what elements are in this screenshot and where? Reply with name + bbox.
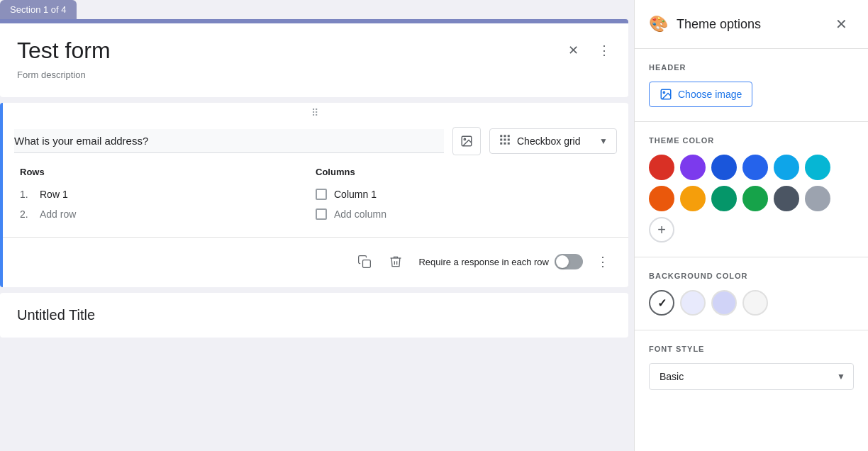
- col-1-text: Column 1: [334, 189, 377, 200]
- form-header-card: Test form Form description ✕ ⋮: [0, 19, 628, 97]
- panel-header: 🎨 Theme options ✕: [635, 0, 868, 49]
- add-image-button[interactable]: [452, 127, 481, 155]
- svg-rect-9: [504, 143, 506, 145]
- choose-image-label: Choose image: [678, 89, 742, 100]
- font-select-container: BasicDecorativeFormalPlayful ▼: [649, 363, 854, 390]
- add-custom-color-button[interactable]: +: [649, 217, 674, 243]
- theme-color-swatch[interactable]: [680, 186, 706, 211]
- row-1-text: Row 1: [40, 189, 68, 200]
- drag-handle: ⠿: [3, 103, 628, 121]
- question-top: Checkbox grid ▼: [3, 121, 628, 161]
- theme-color-swatch[interactable]: [680, 155, 706, 180]
- grid-section: Rows 1. Row 1 2. Add row Columns Column …: [3, 161, 628, 230]
- form-title: Test form: [17, 38, 611, 64]
- font-style-section: FONT STYLE BasicDecorativeFormalPlayful …: [635, 330, 868, 404]
- theme-color-swatch[interactable]: [649, 186, 674, 211]
- close-panel-button[interactable]: ✕: [828, 11, 854, 37]
- col-1-item: Column 1: [316, 184, 611, 204]
- cols-col: Columns Column 1 Add column: [316, 167, 611, 224]
- theme-color-section: THEME COLOR +: [635, 122, 868, 257]
- col-1-checkbox[interactable]: [316, 189, 327, 200]
- theme-color-swatch[interactable]: [711, 155, 737, 180]
- choose-image-button[interactable]: Choose image: [649, 82, 752, 107]
- untitled-card: Untitled Title: [0, 293, 628, 338]
- theme-color-swatch[interactable]: [711, 186, 737, 211]
- delete-button[interactable]: [382, 247, 410, 276]
- col-2-checkbox[interactable]: [316, 208, 327, 220]
- copy-button[interactable]: [350, 247, 379, 276]
- add-col-text[interactable]: Add column: [334, 208, 386, 220]
- require-toggle[interactable]: [555, 254, 583, 269]
- question-card: ⠿ Checkbox gr: [0, 103, 628, 287]
- svg-rect-6: [504, 139, 506, 141]
- bg-color-section: BACKGROUND COLOR: [635, 257, 868, 330]
- right-panel: 🎨 Theme options ✕ HEADER Choose image TH…: [634, 0, 868, 451]
- question-input[interactable]: [14, 129, 444, 153]
- rows-col: Rows 1. Row 1 2. Add row: [20, 167, 316, 224]
- bg-color-swatch[interactable]: [742, 290, 768, 316]
- svg-rect-7: [508, 139, 510, 141]
- columns-label: Columns: [316, 167, 611, 177]
- bg-color-swatch[interactable]: [711, 290, 737, 316]
- svg-rect-11: [363, 260, 371, 268]
- svg-rect-8: [500, 143, 502, 145]
- svg-rect-2: [500, 135, 502, 137]
- svg-rect-4: [508, 135, 510, 137]
- form-header-icons: ✕ ⋮: [560, 38, 617, 63]
- type-selector-label: Checkbox grid: [517, 135, 594, 147]
- card-bottom: Require a response in each row ⋮: [3, 245, 628, 279]
- left-panel: Section 1 of 4 Test form Form descriptio…: [0, 0, 634, 451]
- row-2-num: 2.: [20, 208, 34, 220]
- svg-point-1: [464, 138, 465, 140]
- collapse-button[interactable]: ✕: [560, 38, 586, 63]
- type-selector[interactable]: Checkbox grid ▼: [489, 128, 617, 154]
- theme-color-swatch[interactable]: [774, 155, 799, 180]
- theme-color-swatch[interactable]: [805, 186, 830, 211]
- svg-rect-5: [500, 139, 502, 141]
- theme-color-grid: +: [649, 155, 854, 243]
- rows-label: Rows: [20, 167, 316, 177]
- svg-rect-3: [504, 135, 506, 137]
- bg-color-grid: [649, 290, 854, 316]
- row-2-item[interactable]: 2. Add row: [20, 204, 316, 224]
- panel-title: Theme options: [677, 17, 820, 32]
- theme-color-swatch[interactable]: [742, 186, 768, 211]
- theme-color-swatch[interactable]: [805, 155, 830, 180]
- grid-columns: Rows 1. Row 1 2. Add row Columns Column …: [20, 167, 611, 224]
- font-select[interactable]: BasicDecorativeFormalPlayful: [649, 363, 854, 390]
- section-tab: Section 1 of 4: [0, 0, 77, 19]
- svg-point-13: [663, 91, 664, 93]
- theme-icon: 🎨: [649, 15, 668, 33]
- card-divider: [3, 237, 628, 238]
- theme-color-swatch[interactable]: [649, 155, 674, 180]
- font-style-label: FONT STYLE: [649, 345, 854, 353]
- untitled-title[interactable]: Untitled Title: [17, 307, 611, 323]
- col-2-item[interactable]: Add column: [316, 204, 611, 224]
- bg-color-swatch[interactable]: [649, 290, 674, 316]
- row-1-item: 1. Row 1: [20, 184, 316, 204]
- theme-color-label: THEME COLOR: [649, 136, 854, 145]
- theme-color-swatch[interactable]: [742, 155, 768, 180]
- header-label: HEADER: [649, 63, 854, 72]
- theme-color-swatch[interactable]: [774, 186, 799, 211]
- require-label: Require a response in each row: [418, 257, 549, 267]
- row-1-num: 1.: [20, 189, 34, 200]
- form-description: Form description: [17, 69, 611, 80]
- bg-color-label: BACKGROUND COLOR: [649, 272, 854, 280]
- more-options-button[interactable]: ⋮: [591, 38, 617, 63]
- header-section: HEADER Choose image: [635, 49, 868, 122]
- svg-rect-10: [508, 143, 510, 145]
- checkbox-grid-icon: [499, 133, 511, 149]
- bg-color-swatch[interactable]: [680, 290, 706, 316]
- add-row-text[interactable]: Add row: [40, 208, 76, 220]
- dropdown-arrow-icon: ▼: [599, 136, 608, 146]
- question-more-button[interactable]: ⋮: [589, 247, 617, 276]
